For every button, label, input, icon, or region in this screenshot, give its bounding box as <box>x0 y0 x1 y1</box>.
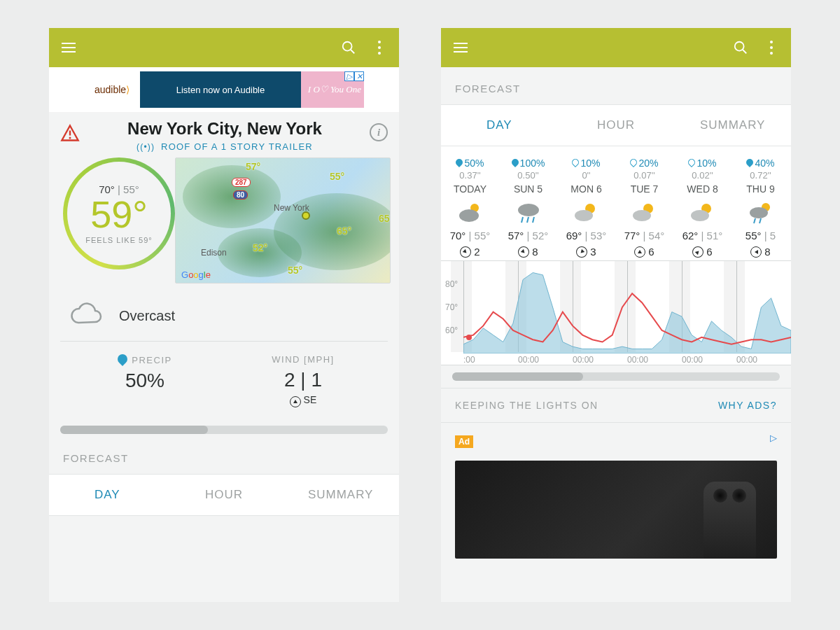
daily-forecast-row[interactable]: 50%0.37''TODAY70° | 55° 2100%0.50''SUN 5… <box>441 146 791 260</box>
weather-icon <box>689 199 717 225</box>
wind-value: 2 | 1 <box>224 369 382 391</box>
day-column[interactable]: 10%0.02''WED 862° | 51° 6 <box>673 158 732 258</box>
precip-amount: 0.02'' <box>692 170 713 181</box>
menu-icon[interactable] <box>60 39 77 56</box>
precip-value: 50% <box>66 370 224 392</box>
scroll-indicator <box>452 372 780 381</box>
raindrop-icon <box>115 352 130 366</box>
ad-badge: Ad <box>455 435 473 448</box>
svg-line-21 <box>760 218 761 223</box>
tab-summary[interactable]: SUMMARY <box>674 118 791 132</box>
precip-probability: 20% <box>630 158 658 169</box>
weather-screen-current: audible⟩ Listen now on Audible I O♡ You … <box>49 28 399 602</box>
precip-amount: 0.07'' <box>634 170 654 181</box>
svg-point-19 <box>750 207 768 218</box>
temp-ring: 70° | 55° 59° FEELS LIKE 59° <box>63 158 175 270</box>
day-hi-lo: 69° | 53° <box>566 230 607 241</box>
ad-cta: Listen now on Audible <box>176 85 265 95</box>
precip-amount: 0.72'' <box>750 170 771 181</box>
day-hi-lo: 55° | 5 <box>746 230 776 241</box>
adchoices-icon[interactable]: ▷ <box>770 433 777 443</box>
svg-point-13 <box>575 210 593 221</box>
ad-image <box>455 461 777 559</box>
svg-line-20 <box>754 218 755 223</box>
svg-line-10 <box>527 217 528 223</box>
app-bar <box>49 28 399 67</box>
raindrop-icon <box>687 158 696 167</box>
weather-icon <box>631 199 659 225</box>
svg-line-1 <box>351 50 355 54</box>
map-attribution: Google <box>181 270 211 280</box>
svg-point-7 <box>459 209 479 222</box>
raindrop-icon <box>629 158 638 167</box>
ad-banner[interactable]: audible⟩ Listen now on Audible I O♡ You … <box>49 67 399 112</box>
weather-icon <box>747 199 775 225</box>
day-column[interactable]: 50%0.37''TODAY70° | 55° 2 <box>441 158 499 258</box>
tab-day[interactable]: DAY <box>441 118 558 132</box>
day-hi-lo: 62° | 51° <box>682 230 723 241</box>
svg-point-22 <box>466 335 472 340</box>
raindrop-icon <box>570 158 580 167</box>
station-link[interactable]: ((•)) ROOF OF A 1 STORY TRAILER <box>80 141 370 152</box>
precip-amount: 0.37'' <box>459 170 480 181</box>
radar-map[interactable]: 287 80 57° 55° 65° 65° 55° 52° New York … <box>175 158 391 284</box>
forecast-chart[interactable]: 60°70°80° :0000:0000:0000:0000:0000:00 <box>441 260 791 365</box>
day-name: SUN 5 <box>514 183 542 195</box>
forecast-heading: FORECAST <box>441 67 791 104</box>
broadcast-icon: ((•)) <box>136 142 155 152</box>
alert-icon[interactable] <box>60 123 80 143</box>
search-icon[interactable] <box>732 39 749 56</box>
info-icon[interactable]: i <box>370 123 388 141</box>
svg-point-8 <box>518 204 539 216</box>
day-hi-lo: 57° | 52° <box>508 230 549 241</box>
day-name: TUE 7 <box>631 183 659 195</box>
day-column[interactable]: 40%0.72''THU 955° | 5 8 <box>732 158 790 258</box>
svg-point-3 <box>69 136 71 139</box>
svg-line-5 <box>743 50 747 54</box>
day-column[interactable]: 100%0.50''SUN 557° | 52° 8 <box>499 158 557 258</box>
raindrop-icon <box>745 158 755 167</box>
weather-icon <box>514 199 542 225</box>
precip-amount: 0'' <box>582 170 590 181</box>
ad-brand: audible <box>94 84 126 95</box>
condition-text: Overcast <box>119 308 175 324</box>
tab-hour[interactable]: HOUR <box>166 488 283 502</box>
svg-point-17 <box>691 210 709 221</box>
day-wind: 3 <box>576 246 596 258</box>
forecast-heading: FORECAST <box>49 437 399 474</box>
menu-icon[interactable] <box>452 39 469 56</box>
ads-heading: KEEPING THE LIGHTS ON <box>455 400 598 411</box>
day-wind: 6 <box>692 246 712 258</box>
weather-screen-forecast: FORECAST DAY HOUR SUMMARY 50%0.37''TODAY… <box>441 28 791 602</box>
day-wind: 8 <box>750 246 770 258</box>
tab-hour[interactable]: HOUR <box>558 118 675 132</box>
tab-day[interactable]: DAY <box>49 488 166 502</box>
adchoices-icon[interactable]: ▷✕ <box>344 71 364 81</box>
weather-icon <box>456 199 484 225</box>
day-wind: 8 <box>518 246 538 258</box>
scroll-indicator <box>60 426 388 434</box>
why-ads-link[interactable]: WHY ADS? <box>718 400 777 411</box>
ad-card[interactable]: Ad ▷ <box>441 423 791 559</box>
svg-point-15 <box>633 210 651 221</box>
overflow-icon[interactable] <box>371 39 388 56</box>
day-wind: 2 <box>460 246 479 258</box>
svg-line-11 <box>533 217 534 223</box>
day-column[interactable]: 10%0''MON 669° | 53° 3 <box>557 158 615 258</box>
day-name: MON 6 <box>570 183 601 195</box>
precip-probability: 40% <box>746 158 774 169</box>
svg-point-0 <box>343 42 352 51</box>
search-icon[interactable] <box>340 39 357 56</box>
wind-direction: SE <box>224 394 382 407</box>
day-name: THU 9 <box>746 183 774 195</box>
svg-line-9 <box>522 217 523 223</box>
overflow-icon[interactable] <box>763 39 780 56</box>
day-name: WED 8 <box>687 183 718 195</box>
precip-probability: 50% <box>456 158 484 169</box>
app-bar <box>441 28 791 67</box>
tab-summary[interactable]: SUMMARY <box>282 488 399 502</box>
day-name: TODAY <box>454 183 486 195</box>
precip-probability: 10% <box>688 158 716 169</box>
day-column[interactable]: 20%0.07''TUE 777° | 54° 6 <box>615 158 673 258</box>
raindrop-icon <box>510 158 520 167</box>
